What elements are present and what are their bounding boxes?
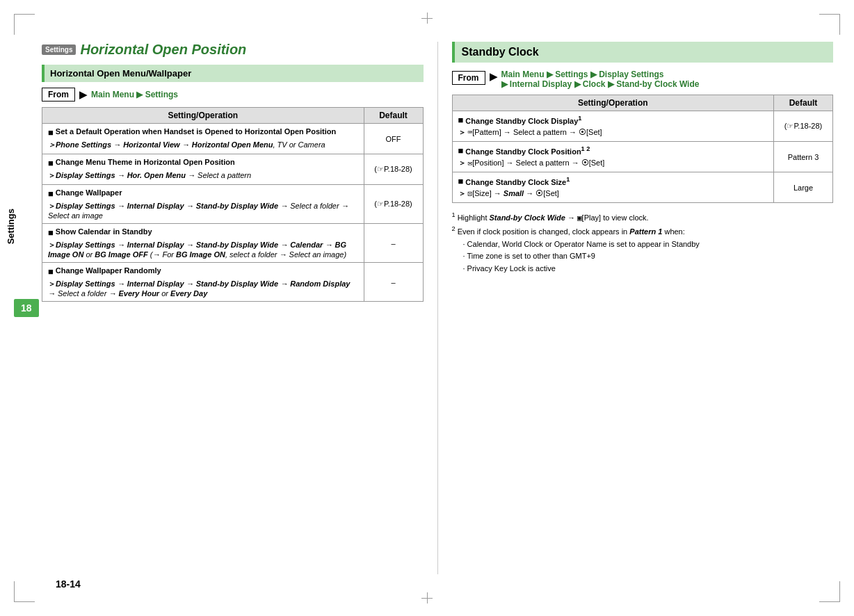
table-row: ■ Change Wallpaper Randomly ＞Display Set… <box>42 263 424 302</box>
black-square: ■ <box>48 188 54 199</box>
from-row: From ▶ Main Menu ▶ Settings <box>42 88 424 102</box>
table-row: ■ Change Standby Clock Size1 ＞ ⊡[Size] →… <box>452 172 833 203</box>
right-from-nav: Main Menu ▶ Settings ▶ Display Settings … <box>501 70 700 89</box>
black-square: ■ <box>48 127 54 138</box>
row2-sub: ＞Display Settings → Hor. Open Menu → Sel… <box>48 170 358 181</box>
row2-default: (☞P.18-28) <box>364 154 423 185</box>
corner-mark-bl <box>14 581 35 602</box>
table-row: ■ Change Wallpaper ＞Display Settings → I… <box>42 185 424 224</box>
rrow2-title: Change Standby Clock Position1 2 <box>465 145 590 156</box>
rrow1-title: Change Standby Clock Display1 <box>465 115 581 125</box>
left-column: Settings Horizontal Open Position Horizo… <box>42 42 424 574</box>
col-setting-operation: Setting/Operation <box>42 108 364 124</box>
black-square: ■ <box>458 115 464 125</box>
row1-default: OFF <box>364 124 423 154</box>
from-nav: Main Menu ▶ Settings <box>91 90 178 99</box>
row3-default: (☞P.18-28) <box>364 185 423 224</box>
right-from-box: From <box>452 71 485 85</box>
row4-default: – <box>364 224 423 263</box>
row5-default: – <box>364 263 423 302</box>
table-row: ■ Set a Default Operation when Handset i… <box>42 124 424 154</box>
right-column: Standby Clock From ▶ Main Menu ▶ Setting… <box>452 42 834 574</box>
rrow3-title: Change Standby Clock Size1 <box>465 176 570 186</box>
right-from-arrow: ▶ <box>490 71 497 82</box>
right-nav-line2: ▶ Internal Display ▶ Clock ▶ Stand-by Cl… <box>501 79 700 89</box>
right-settings-table: Setting/Operation Default ■ Change Stand… <box>452 95 834 203</box>
corner-mark-tl <box>14 14 35 35</box>
row5-sub: ＞Display Settings → Internal Display → S… <box>48 279 358 298</box>
corner-mark-br <box>819 581 840 602</box>
row5-title: Change Wallpaper Randomly <box>56 266 161 275</box>
page-badge: 18 <box>14 299 39 317</box>
right-from-row: From ▶ Main Menu ▶ Settings ▶ Display Se… <box>452 70 834 89</box>
bullet-item: · Time zone is set to other than GMT+9 <box>463 250 834 263</box>
column-divider <box>437 42 438 574</box>
right-col-setting-operation: Setting/Operation <box>452 95 774 111</box>
rrow3-default: Large <box>774 172 833 203</box>
bullet-item: · Privacy Key Lock is active <box>463 263 834 275</box>
left-settings-table: Setting/Operation Default ■ Set a Defaul… <box>42 107 424 302</box>
row2-title: Change Menu Theme in Horizontal Open Pos… <box>56 158 235 166</box>
bullet-list: · Calendar, World Clock or Operator Name… <box>463 238 834 275</box>
page-title: Settings Horizontal Open Position <box>42 42 424 58</box>
rrow2-default: Pattern 3 <box>774 142 833 172</box>
page-number: 18-14 <box>56 578 81 590</box>
table-row: ■ Change Standby Clock Position1 2 ＞ ✉[P… <box>452 142 833 172</box>
row1-title: Set a Default Operation when Handset is … <box>56 127 336 136</box>
table-row: ■ Change Standby Clock Display1 ＞ ⌨[Patt… <box>452 111 833 142</box>
sidebar-settings-label: Settings <box>6 209 16 244</box>
standby-clock-header: Standby Clock <box>452 42 834 63</box>
rrow1-sub: ＞ ⌨[Pattern] → Select a pattern → ⦿[Set] <box>458 127 768 138</box>
col-default: Default <box>364 108 423 124</box>
row1-sub: ＞Phone Settings → Horizontal View → Hori… <box>48 140 358 150</box>
title-text: Horizontal Open Position <box>80 42 246 58</box>
black-square: ■ <box>458 176 464 186</box>
footnote1: 1 Highlight Stand-by Clock Wide → ▣[Play… <box>452 210 834 224</box>
row4-title: Show Calendar in Standby <box>56 227 152 236</box>
rrow3-sub: ＞ ⊡[Size] → Small → ⦿[Set] <box>458 188 768 199</box>
footnote2: 2 Even if clock position is changed, clo… <box>452 224 834 238</box>
cross-top <box>421 13 433 24</box>
from-arrow: ▶ <box>79 89 87 100</box>
from-box: From <box>42 88 75 102</box>
corner-mark-tr <box>819 14 840 35</box>
black-square: ■ <box>48 227 54 238</box>
cross-bottom <box>421 592 433 603</box>
right-col-default: Default <box>774 95 833 111</box>
rrow2-sub: ＞ ✉[Position] → Select a pattern → ⦿[Set… <box>458 158 768 168</box>
row3-title: Change Wallpaper <box>56 188 122 197</box>
table-row: ■ Show Calendar in Standby ＞Display Sett… <box>42 224 424 263</box>
rrow1-default: (☞P.18-28) <box>774 111 833 142</box>
settings-badge: Settings <box>42 44 76 55</box>
table-row: ■ Change Menu Theme in Horizontal Open P… <box>42 154 424 185</box>
row4-sub: ＞Display Settings → Internal Display → S… <box>48 240 358 259</box>
black-square: ■ <box>458 145 464 156</box>
footnotes: 1 Highlight Stand-by Clock Wide → ▣[Play… <box>452 210 834 275</box>
black-square: ■ <box>48 266 54 277</box>
black-square: ■ <box>48 158 54 168</box>
bullet-item: · Calendar, World Clock or Operator Name… <box>463 238 834 251</box>
section-header: Horizontal Open Menu/Wallpaper <box>42 65 424 82</box>
right-nav-line1: Main Menu ▶ Settings ▶ Display Settings <box>501 70 700 79</box>
row3-sub: ＞Display Settings → Internal Display → S… <box>48 201 358 220</box>
